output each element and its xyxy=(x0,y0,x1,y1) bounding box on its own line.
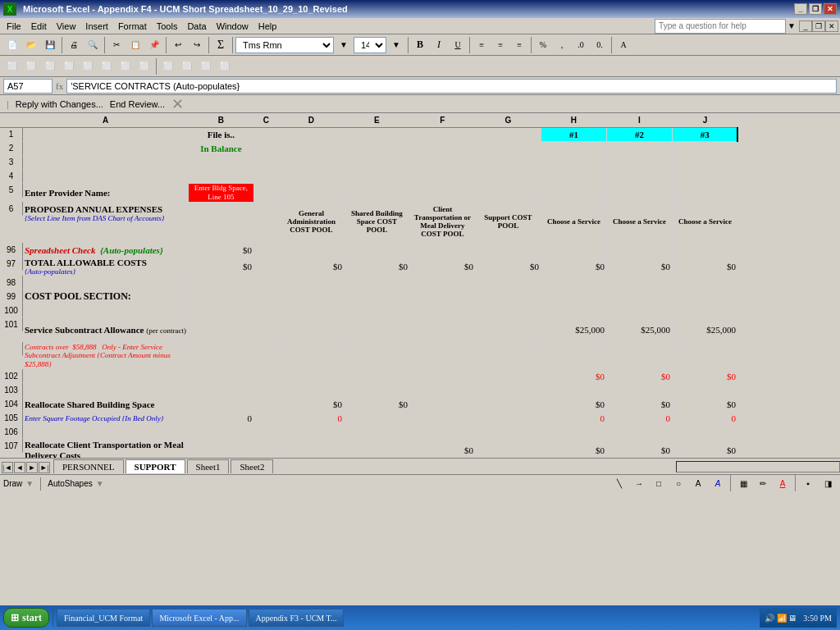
open-button[interactable]: 📂 xyxy=(22,36,40,54)
minimize-button2[interactable]: _ xyxy=(799,21,812,32)
cell-C1[interactable] xyxy=(253,127,278,142)
cell-F3[interactable] xyxy=(409,156,475,170)
cell-F101[interactable] xyxy=(409,317,475,342)
align-left-button[interactable]: ≡ xyxy=(472,36,491,54)
cell-F6[interactable]: Client Transportation or Meal Delivery C… xyxy=(409,202,475,243)
col-header-E[interactable]: E xyxy=(344,113,409,127)
close-button2[interactable]: ✕ xyxy=(825,21,838,32)
tab-sheet1[interactable]: Sheet1 xyxy=(187,459,230,473)
col-header-C[interactable]: C xyxy=(253,113,278,127)
cell-J96[interactable] xyxy=(672,243,737,257)
cell-A105[interactable]: Enter Square Footage Occupied {In Bed On… xyxy=(23,411,188,425)
name-box[interactable] xyxy=(3,79,52,94)
wordart-tool[interactable]: A xyxy=(709,475,727,493)
tb2-btn8[interactable]: ⬜ xyxy=(135,57,153,75)
cell-G96[interactable] xyxy=(475,243,541,257)
cell-D5[interactable] xyxy=(278,184,344,203)
cell-H97[interactable]: $0 xyxy=(541,257,606,276)
cell-A97[interactable]: TOTAL ALLOWABLE COSTS {Auto-populates} xyxy=(23,257,188,276)
cell-B4[interactable] xyxy=(188,170,253,184)
tb2-btn7[interactable]: ⬜ xyxy=(116,57,135,75)
cell-D102[interactable] xyxy=(278,369,344,383)
end-review-btn[interactable]: End Review... xyxy=(110,99,165,109)
cell-B5[interactable]: Enter Bldg Space, Line 105 xyxy=(188,184,253,203)
decrease-decimal[interactable]: 0. xyxy=(591,36,609,54)
cell-F104[interactable] xyxy=(409,397,475,411)
tb2-btn6[interactable]: ⬜ xyxy=(98,57,116,75)
cell-E5[interactable] xyxy=(344,184,409,203)
cell-F105[interactable] xyxy=(409,411,475,425)
increase-decimal[interactable]: .0 xyxy=(572,36,590,54)
col-header-B[interactable]: B xyxy=(188,113,253,127)
cell-A6[interactable]: PROPOSED ANNUAL EXPENSES {Select Line It… xyxy=(23,202,188,243)
cell-F102[interactable] xyxy=(409,369,475,383)
cell-D4[interactable] xyxy=(278,170,344,184)
tb2-btn10[interactable]: ⬜ xyxy=(178,57,196,75)
window-controls[interactable]: _ ❐ ✕ xyxy=(794,3,837,15)
cell-A1[interactable] xyxy=(23,127,188,142)
cell-G5[interactable] xyxy=(475,184,541,203)
tb2-btn11[interactable]: ⬜ xyxy=(197,57,215,75)
cell-G3[interactable] xyxy=(475,156,541,170)
cell-C97[interactable] xyxy=(253,257,278,276)
cell-G102[interactable] xyxy=(475,369,541,383)
cell-F96[interactable] xyxy=(409,243,475,257)
cell-B101[interactable] xyxy=(188,317,253,342)
taskbar-item-2[interactable]: Appendix F3 - UCM T... xyxy=(249,609,345,627)
cell-J4[interactable] xyxy=(672,170,737,184)
cell-B102[interactable] xyxy=(188,369,253,383)
copy-button[interactable]: 📋 xyxy=(126,36,144,54)
cell-J97[interactable]: $0 xyxy=(672,257,737,276)
taskbar-item-1[interactable]: Microsoft Excel - App... xyxy=(152,609,246,627)
cell-J2[interactable] xyxy=(672,142,737,156)
cell-H5[interactable] xyxy=(541,184,606,203)
cell-A101b[interactable]: Contracts over $58,888 Only - Enter Serv… xyxy=(23,342,188,369)
cell-A2[interactable] xyxy=(23,142,188,156)
restore-button[interactable]: ❐ xyxy=(809,3,822,15)
cell-E96[interactable] xyxy=(344,243,409,257)
cell-B107[interactable] xyxy=(188,439,253,458)
cell-I6[interactable]: Choose a Service xyxy=(606,202,672,243)
cell-B105[interactable]: 0 xyxy=(188,411,253,425)
minimize-button[interactable]: _ xyxy=(794,3,807,15)
cell-A3[interactable] xyxy=(23,156,188,170)
cell-H104[interactable]: $0 xyxy=(541,397,606,411)
cell-E97[interactable]: $0 xyxy=(344,257,409,276)
cell-J102[interactable]: $0 xyxy=(672,369,737,383)
bold-button[interactable]: B xyxy=(411,36,429,54)
redo-button[interactable]: ↪ xyxy=(188,36,206,54)
cell-H105[interactable]: 0 xyxy=(541,411,606,425)
font-size-selector[interactable]: 14 xyxy=(354,37,386,53)
cell-D2[interactable] xyxy=(278,142,344,156)
comma-button[interactable]: , xyxy=(553,36,571,54)
cell-J104[interactable]: $0 xyxy=(672,397,737,411)
cell-I104[interactable]: $0 xyxy=(606,397,672,411)
cell-D104[interactable]: $0 xyxy=(278,397,344,411)
cell-G101[interactable] xyxy=(475,317,541,342)
font-color-button[interactable]: A xyxy=(614,36,632,54)
italic-button[interactable]: I xyxy=(430,36,448,54)
tb2-btn9[interactable]: ⬜ xyxy=(159,57,177,75)
cell-D105[interactable]: 0 xyxy=(278,411,344,425)
cell-B3[interactable] xyxy=(188,156,253,170)
col-header-H[interactable]: H xyxy=(541,113,606,127)
col-header-A[interactable]: A xyxy=(23,113,188,127)
cell-D3[interactable] xyxy=(278,156,344,170)
cell-B6[interactable] xyxy=(188,202,253,243)
font-dropdown[interactable]: ▼ xyxy=(335,36,353,54)
cell-G1[interactable] xyxy=(475,127,541,142)
cell-H4[interactable] xyxy=(541,170,606,184)
cell-H101[interactable]: $25,000 xyxy=(541,317,606,342)
cell-A5[interactable]: Enter Provider Name: xyxy=(23,184,188,203)
cell-G4[interactable] xyxy=(475,170,541,184)
align-center-button[interactable]: ≡ xyxy=(491,36,509,54)
tb2-btn12[interactable]: ⬜ xyxy=(216,57,234,75)
cell-A101[interactable]: Service Subcontract Allowance (per contr… xyxy=(23,317,188,342)
size-dropdown[interactable]: ▼ xyxy=(387,36,405,54)
cell-A100[interactable] xyxy=(23,304,188,317)
cell-J101[interactable]: $25,000 xyxy=(672,317,737,342)
cell-J5[interactable] xyxy=(672,184,737,203)
paste-button[interactable]: 📌 xyxy=(145,36,163,54)
save-button[interactable]: 💾 xyxy=(41,36,59,54)
cell-D96[interactable] xyxy=(278,243,344,257)
